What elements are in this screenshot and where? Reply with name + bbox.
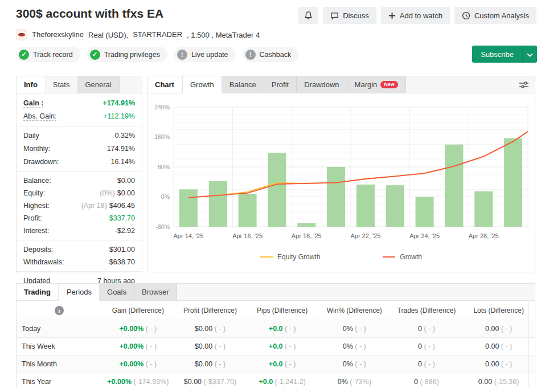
svg-text:Apr 22, '25: Apr 22, '25 [350, 232, 380, 239]
stat-row: Equity:(0%)$0.00 [17, 187, 142, 199]
period-value: 0% ( - ) [318, 338, 391, 356]
chart-panel: ChartGrowthBalanceProfitDrawdownMarginNe… [147, 76, 535, 272]
tab-browser[interactable]: Browser [134, 284, 177, 300]
svg-text:Apr 16, '25: Apr 16, '25 [232, 232, 263, 239]
legend-growth[interactable]: Growth [383, 253, 422, 261]
bar-Apr 23 [386, 185, 404, 227]
legend-equity-growth[interactable]: Equity Growth [260, 253, 320, 261]
stat-value: 0.32% [115, 132, 135, 140]
period-value: $0.00 (-$337.70) [174, 373, 247, 391]
period-value: $0.00 ( - ) [174, 338, 247, 356]
periods-panel: TradingPeriodsGoalsBrowser i Gain (Diffe… [16, 283, 535, 387]
tab-growth[interactable]: Growth [182, 76, 222, 93]
period-value: 0 ( - ) [391, 338, 463, 356]
plus-icon [388, 12, 396, 19]
chart-settings-button[interactable] [519, 76, 535, 93]
bar-Apr 21 [327, 167, 345, 227]
svg-text:Apr 18, '25: Apr 18, '25 [292, 232, 322, 239]
stat-label[interactable]: Abs. Gain: [23, 112, 56, 121]
chevron-down-icon [527, 49, 533, 59]
new-badge: New [380, 81, 398, 88]
notifications-button[interactable] [298, 7, 318, 24]
period-row-this-month: This Month+0.00% ( - )$0.00 ( - )+0.0 ( … [17, 356, 535, 373]
stat-label[interactable]: Gain : [23, 99, 43, 108]
chart-canvas: 240%160%80%0%-80%Apr 14, '25Apr 16, '25A… [150, 97, 532, 246]
bar-Apr 14 [179, 189, 198, 227]
broker-link[interactable]: STARTRADER [133, 30, 182, 39]
stat-value: 16.14% [111, 158, 135, 166]
stat-label[interactable]: Daily [23, 132, 39, 140]
tab-margin[interactable]: MarginNew [347, 76, 406, 93]
tab-general[interactable]: General [77, 76, 119, 93]
stat-row: Monthly:174.91% [17, 142, 142, 156]
stat-value: $638.70 [109, 258, 135, 266]
badge-cashback[interactable]: !Cashback [243, 47, 299, 62]
custom-analysis-button[interactable]: Custom Analysis [454, 7, 536, 24]
subscribe-button[interactable]: Subscribe [472, 46, 537, 63]
svg-text:240%: 240% [154, 104, 170, 111]
period-value: $0.00 ( - ) [174, 356, 247, 373]
period-value: +0.0 ( - ) [246, 338, 318, 356]
bar-Apr 15 [209, 181, 227, 227]
period-value: 0.00 (-15.36) [462, 373, 535, 391]
period-value: 0% ( - ) [318, 320, 391, 338]
info-icon[interactable]: i [55, 306, 64, 315]
badge-live-update[interactable]: !Live update [174, 47, 236, 62]
speech-bubble-icon [330, 11, 339, 20]
periods-table-header-row: i Gain (Difference)Profit (Difference)Pi… [17, 301, 535, 320]
tab-goals[interactable]: Goals [100, 284, 134, 300]
stat-row: Abs. Gain:+112.19% [17, 110, 142, 123]
stat-label: Interest: [23, 227, 49, 235]
account-owner-link[interactable]: Theforexskyline [32, 30, 84, 39]
period-row-this-year: This Year+0.00% (-174.93%)$0.00 (-$337.7… [17, 373, 535, 391]
stat-row: Deposits:$301.00 [17, 243, 142, 256]
stat-row: Drawdown:16.14% [17, 156, 142, 168]
col-header: Profit (Difference) [174, 301, 247, 320]
discuss-button[interactable]: Discuss [323, 7, 376, 24]
period-value: 0.00 ( - ) [462, 320, 535, 338]
divider [17, 271, 142, 272]
badge-trading-privileges[interactable]: ✓Trading privileges [87, 47, 167, 62]
svg-text:160%: 160% [154, 133, 170, 140]
tab-drawdown[interactable]: Drawdown [297, 76, 347, 93]
exclamation-icon: ! [245, 50, 256, 60]
bar-Apr 17 [268, 153, 286, 227]
period-label: This Month [17, 356, 102, 373]
period-value: +0.0 (-1,241.2) [246, 373, 318, 391]
add-to-watch-button[interactable]: Add to watch [381, 7, 450, 24]
periods-table-body: Today+0.00% ( - )$0.00 ( - )+0.0 ( - )0%… [17, 320, 535, 391]
bar-Apr 25 [445, 145, 463, 227]
svg-text:80%: 80% [158, 164, 170, 170]
stat-row: Balance:$0.00 [17, 174, 142, 187]
tab-chart[interactable]: Chart [147, 76, 182, 93]
check-icon: ✓ [19, 50, 29, 60]
tab-periods[interactable]: Periods [59, 284, 100, 301]
tab-trading[interactable]: Trading [17, 284, 59, 300]
stat-value: +112.19% [103, 112, 135, 120]
sliders-icon [519, 80, 529, 89]
stat-value: (Apr 18)$406.45 [81, 202, 135, 210]
bar-Apr 22 [356, 185, 375, 227]
subscribe-dropdown-button[interactable] [522, 46, 537, 63]
tab-profit[interactable]: Profit [264, 76, 297, 93]
tab-stats[interactable]: Stats [46, 76, 78, 93]
svg-text:0%: 0% [161, 193, 170, 200]
period-value: +0.0 ( - ) [246, 320, 318, 338]
badge-track-record[interactable]: ✓Track record [16, 47, 80, 62]
period-value: 0 (-886) [391, 373, 463, 391]
tab-balance[interactable]: Balance [222, 76, 264, 93]
periods-table: i Gain (Difference)Profit (Difference)Pi… [17, 301, 535, 390]
bar-Apr 28 [474, 191, 493, 227]
stat-label[interactable]: Monthly: [23, 145, 50, 153]
period-value: +0.0 ( - ) [246, 356, 318, 373]
divider [17, 240, 142, 240]
period-value: +0.00% ( - ) [102, 338, 174, 356]
table-scrollbar-track[interactable] [528, 301, 528, 387]
stat-row: Gain :+174.91% [17, 97, 142, 110]
period-label: Today [17, 320, 102, 338]
period-row-today: Today+0.00% ( - )$0.00 ( - )+0.0 ( - )0%… [17, 320, 535, 338]
tab-info[interactable]: Info [17, 76, 46, 93]
period-value: $0.00 ( - ) [174, 320, 247, 338]
stat-label: Equity: [23, 189, 45, 197]
period-value: 0% (-73%) [318, 373, 391, 391]
